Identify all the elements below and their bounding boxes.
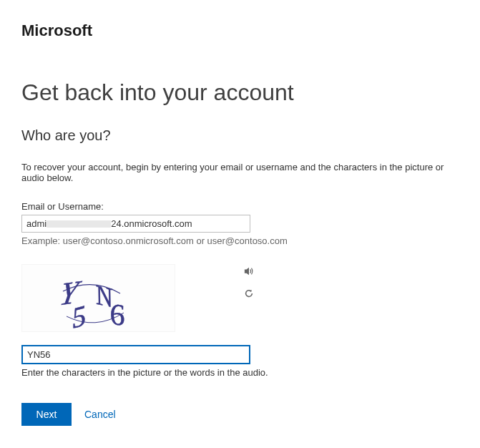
page-title: Get back into your account xyxy=(21,79,459,106)
email-value-prefix: admi xyxy=(26,218,46,229)
captcha-glyphs: Y N 5 6 xyxy=(27,266,170,331)
captcha-input[interactable] xyxy=(21,345,250,364)
email-field-group: Email or Username: admi24.onmicrosoft.co… xyxy=(21,201,459,246)
refresh-icon[interactable] xyxy=(243,288,255,299)
svg-text:6: 6 xyxy=(107,296,127,330)
audio-icon[interactable] xyxy=(243,266,255,277)
captcha-image: Y N 5 6 xyxy=(21,264,175,332)
cancel-link[interactable]: Cancel xyxy=(84,409,116,420)
brand-logo: Microsoft xyxy=(21,21,459,40)
captcha-controls xyxy=(243,264,255,299)
svg-text:5: 5 xyxy=(70,298,87,331)
captcha-row: Y N 5 6 xyxy=(21,264,459,332)
next-button[interactable]: Next xyxy=(21,403,72,426)
button-row: Next Cancel xyxy=(21,403,459,426)
redacted-segment xyxy=(46,220,111,228)
email-example: Example: user@contoso.onmicrosoft.com or… xyxy=(21,235,459,246)
email-label: Email or Username: xyxy=(21,201,459,212)
email-input[interactable]: admi24.onmicrosoft.com xyxy=(21,215,250,233)
captcha-help-text: Enter the characters in the picture or t… xyxy=(21,367,459,378)
email-value-suffix: 24.onmicrosoft.com xyxy=(111,218,192,229)
instructions-text: To recover your account, begin by enteri… xyxy=(21,162,459,183)
subheading: Who are you? xyxy=(21,127,459,144)
